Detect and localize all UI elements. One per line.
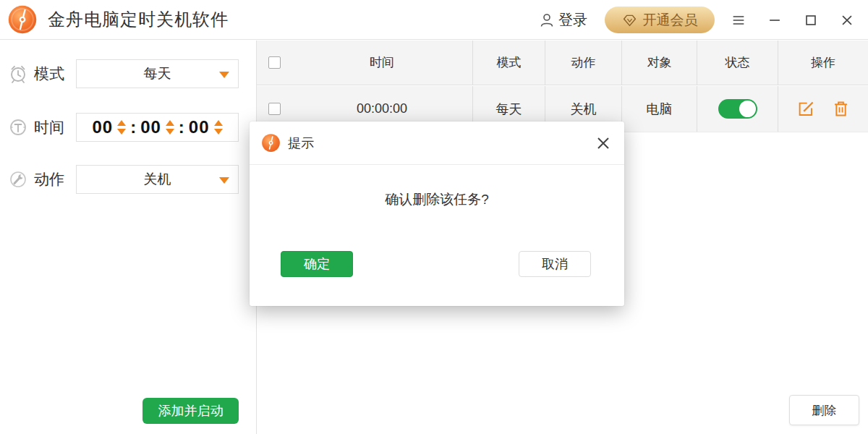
vip-label: 开通会员 xyxy=(643,11,698,30)
action-dropdown[interactable]: 关机 xyxy=(76,165,239,194)
arrow-up-icon[interactable] xyxy=(214,120,223,126)
time-label: 时间 xyxy=(34,117,64,137)
header-checkbox-cell xyxy=(257,41,292,85)
minutes-stepper[interactable] xyxy=(166,120,174,135)
mode-dropdown[interactable]: 每天 xyxy=(76,59,239,88)
trash-icon[interactable] xyxy=(831,99,851,119)
action-value: 关机 xyxy=(144,170,171,189)
window-controls xyxy=(729,11,856,30)
action-label: 动作 xyxy=(34,169,64,190)
minimize-icon[interactable] xyxy=(765,11,784,30)
header-action: 动作 xyxy=(545,41,621,85)
header-operation: 操作 xyxy=(778,41,868,85)
select-all-checkbox[interactable] xyxy=(268,56,281,69)
arrow-down-icon[interactable] xyxy=(166,129,174,135)
seconds-stepper[interactable] xyxy=(214,120,223,135)
dialog-close-icon[interactable] xyxy=(594,134,613,153)
time-colon: : xyxy=(130,117,136,137)
dialog-title: 提示 xyxy=(288,135,314,152)
mode-field-row: 模式 每天 xyxy=(7,59,64,88)
seconds-value[interactable]: 00 xyxy=(189,117,210,137)
hours-stepper[interactable] xyxy=(117,120,126,135)
time-colon: : xyxy=(179,117,184,137)
maximize-icon[interactable] xyxy=(801,11,820,30)
task-settings-panel: 模式 每天 时间 00 : 00 : 00 xyxy=(0,41,257,434)
app-logo-clock-icon xyxy=(7,4,38,35)
login-button[interactable]: 登录 xyxy=(538,10,587,30)
arrow-up-icon[interactable] xyxy=(117,120,126,126)
person-icon xyxy=(538,12,556,29)
row-operations-cell xyxy=(778,86,868,132)
row-target-cell: 电脑 xyxy=(621,86,697,132)
confirm-delete-dialog: 提示 确认删除该任务? 确定 取消 xyxy=(250,122,624,306)
chevron-down-icon xyxy=(219,72,229,78)
action-field-row: 动作 关机 xyxy=(7,165,64,194)
time-field-row: 时间 00 : 00 : 00 xyxy=(7,113,64,142)
dialog-header: 提示 xyxy=(250,122,624,165)
app-logo-clock-icon xyxy=(261,133,281,153)
mode-label: 模式 xyxy=(34,64,64,84)
add-and-start-button[interactable]: 添加并启动 xyxy=(142,398,239,424)
header-status: 状态 xyxy=(697,41,778,85)
confirm-button[interactable]: 确定 xyxy=(281,251,353,277)
arrow-up-icon[interactable] xyxy=(166,120,174,126)
time-input[interactable]: 00 : 00 : 00 xyxy=(76,113,239,142)
delete-selected-button[interactable]: 删除 xyxy=(789,395,859,425)
login-label: 登录 xyxy=(558,10,587,30)
enabled-toggle[interactable] xyxy=(718,99,757,119)
dialog-message: 确认删除该任务? xyxy=(250,190,624,209)
toggle-knob xyxy=(739,101,756,117)
titlebar-right: 登录 开通会员 xyxy=(538,0,856,40)
mode-value: 每天 xyxy=(144,64,171,83)
header-mode: 模式 xyxy=(472,41,545,85)
cancel-button[interactable]: 取消 xyxy=(519,251,591,277)
wrench-icon xyxy=(7,169,29,190)
hours-value[interactable]: 00 xyxy=(92,117,113,137)
app-window: 金舟电脑定时关机软件 登录 开通会员 xyxy=(0,0,868,434)
header-target: 对象 xyxy=(621,41,697,85)
table-header-row: 时间 模式 动作 对象 状态 操作 xyxy=(257,41,868,85)
titlebar: 金舟电脑定时关机软件 登录 开通会员 xyxy=(0,0,868,40)
row-status-cell xyxy=(697,86,778,132)
app-title: 金舟电脑定时关机软件 xyxy=(48,8,229,31)
header-time: 时间 xyxy=(292,41,472,85)
row-checkbox[interactable] xyxy=(268,103,281,115)
arrow-down-icon[interactable] xyxy=(117,129,126,135)
vip-button[interactable]: 开通会员 xyxy=(605,7,715,33)
alarm-clock-icon xyxy=(7,63,29,85)
diamond-icon xyxy=(622,12,637,27)
arrow-down-icon[interactable] xyxy=(214,129,223,135)
close-icon[interactable] xyxy=(838,11,856,30)
minutes-value[interactable]: 00 xyxy=(140,117,161,137)
hamburger-menu-icon[interactable] xyxy=(729,11,748,30)
chevron-down-icon xyxy=(219,177,229,184)
edit-icon[interactable] xyxy=(796,99,815,119)
timer-icon xyxy=(7,116,29,138)
dialog-buttons: 确定 取消 xyxy=(281,251,591,277)
